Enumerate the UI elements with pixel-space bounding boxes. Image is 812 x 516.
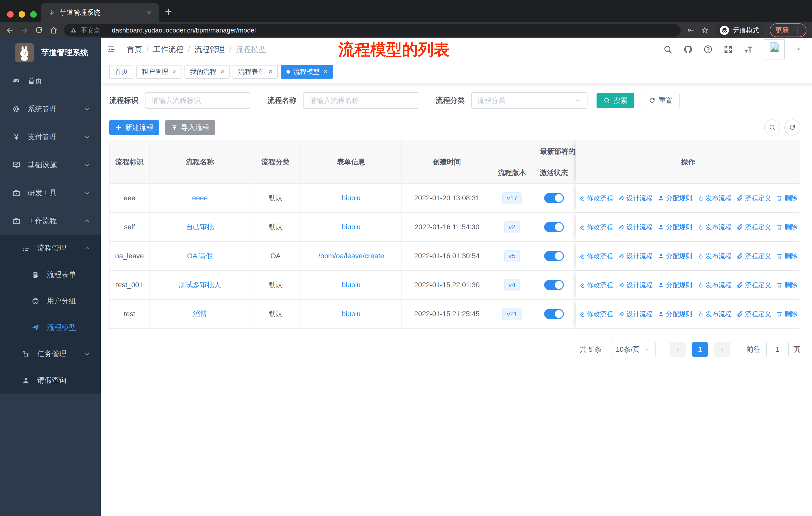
tag-tab-0[interactable]: 首页 [109, 65, 134, 79]
not-secure-warning-icon[interactable] [70, 27, 77, 34]
new-tab-button[interactable]: + [165, 4, 172, 19]
action-definition[interactable]: 流程定义 [737, 252, 771, 261]
breadcrumb-item[interactable]: 流程管理 [195, 44, 225, 55]
breadcrumb-item[interactable]: 工作流程 [153, 44, 183, 55]
tag-tab-3[interactable]: 流程表单× [233, 65, 278, 79]
browser-menu-icon[interactable]: ⋮ [793, 26, 801, 34]
form-link[interactable]: biubiu [342, 310, 361, 318]
close-icon[interactable]: × [172, 68, 176, 76]
process-name-link[interactable]: OA 请假 [187, 251, 213, 261]
reset-button[interactable]: 重置 [642, 93, 679, 108]
form-link[interactable]: biubiu [342, 281, 361, 289]
action-design[interactable]: 设计流程 [618, 194, 653, 202]
sidebar-item-process-form[interactable]: 流程表单 [0, 261, 101, 288]
process-key-input[interactable] [145, 92, 251, 109]
sidebar-item-process-model[interactable]: 流程模型 [0, 314, 101, 341]
key-icon[interactable] [687, 26, 695, 34]
action-assign[interactable]: 分配规则 [658, 310, 692, 319]
show-search-button[interactable] [764, 119, 780, 136]
action-edit[interactable]: 修改流程 [579, 281, 613, 290]
create-process-button[interactable]: 新建流程 [109, 120, 159, 135]
tag-tab-4[interactable]: 流程模型× [281, 65, 333, 79]
action-edit[interactable]: 修改流程 [579, 223, 613, 232]
action-definition[interactable]: 流程定义 [737, 194, 771, 202]
action-delete[interactable]: 删除 [776, 223, 798, 232]
url-text[interactable]: dashboard.yudao.iocoder.cn/bpm/manager/m… [112, 26, 256, 34]
sidebar-item-leave-query[interactable]: 请假查询 [0, 367, 101, 393]
action-assign[interactable]: 分配规则 [658, 281, 692, 290]
back-icon[interactable] [5, 26, 14, 34]
sidebar-item-workflow[interactable]: 工作流程 [0, 207, 101, 235]
sidebar-item-process-manage[interactable]: 流程管理 [0, 235, 101, 261]
home-icon[interactable] [49, 26, 58, 34]
action-design[interactable]: 设计流程 [618, 310, 653, 319]
action-publish[interactable]: 发布流程 [697, 252, 732, 261]
action-publish[interactable]: 发布流程 [697, 281, 732, 290]
fullscreen-icon[interactable] [723, 45, 733, 54]
action-delete[interactable]: 删除 [776, 194, 798, 202]
sidebar-collapse-icon[interactable] [106, 45, 116, 54]
action-edit[interactable]: 修改流程 [579, 252, 613, 261]
action-publish[interactable]: 发布流程 [697, 194, 732, 202]
address-bar[interactable]: 不安全 dashboard.yudao.iocoder.cn/bpm/manag… [64, 24, 680, 36]
action-definition[interactable]: 流程定义 [737, 223, 771, 232]
close-icon[interactable]: × [220, 68, 224, 76]
action-design[interactable]: 设计流程 [618, 281, 653, 290]
active-toggle[interactable] [544, 222, 564, 232]
action-publish[interactable]: 发布流程 [697, 310, 732, 319]
tab-close-icon[interactable]: × [145, 8, 153, 17]
browser-tab[interactable]: 芋道管理系统 × [41, 3, 159, 22]
action-design[interactable]: 设计流程 [618, 223, 653, 232]
sidebar-item-payment[interactable]: 支付管理 [0, 123, 101, 151]
forward-icon[interactable] [20, 26, 29, 34]
breadcrumb-item[interactable]: 首页 [127, 44, 142, 55]
action-delete[interactable]: 删除 [776, 252, 798, 261]
sidebar-item-infra[interactable]: 基础设施 [0, 151, 101, 179]
sidebar-item-system[interactable]: 系统管理 [0, 95, 101, 123]
close-icon[interactable]: × [268, 68, 272, 76]
action-design[interactable]: 设计流程 [618, 252, 653, 261]
form-link[interactable]: biubiu [342, 194, 361, 202]
reload-icon[interactable] [35, 26, 43, 34]
prev-page-button[interactable] [670, 342, 686, 357]
page-size-select[interactable]: 10条/页 [611, 342, 656, 357]
close-window-button[interactable] [7, 11, 13, 18]
action-assign[interactable]: 分配规则 [658, 223, 692, 232]
user-avatar[interactable] [764, 39, 785, 59]
app-logo[interactable]: 芋道管理系统 [0, 38, 101, 67]
browser-update-button[interactable]: 更新 ⋮ [770, 23, 807, 37]
process-name-input[interactable] [303, 92, 419, 109]
minimize-window-button[interactable] [19, 11, 25, 18]
form-link[interactable]: /bpm/oa/leave/create [318, 252, 384, 260]
chevron-down-icon[interactable] [795, 46, 802, 53]
traffic-lights[interactable] [7, 11, 37, 18]
process-name-link[interactable]: 自己审批 [186, 222, 214, 232]
sidebar-item-task-manage[interactable]: 任务管理 [0, 341, 101, 367]
active-toggle[interactable] [544, 280, 564, 290]
form-link[interactable]: biubiu [342, 223, 361, 231]
action-assign[interactable]: 分配规则 [658, 252, 692, 261]
process-name-link[interactable]: 滔博 [193, 309, 207, 319]
goto-page-input[interactable] [766, 342, 789, 357]
sidebar-item-user-group[interactable]: 用户分组 [0, 288, 101, 314]
action-assign[interactable]: 分配规则 [658, 194, 692, 202]
action-edit[interactable]: 修改流程 [579, 310, 613, 319]
sidebar-item-home[interactable]: 首页 [0, 67, 101, 95]
process-name-link[interactable]: eeee [192, 194, 208, 202]
tag-tab-2[interactable]: 我的流程× [184, 65, 230, 79]
active-toggle[interactable] [544, 251, 564, 261]
sidebar-item-devtools[interactable]: 研发工具 [0, 179, 101, 207]
font-size-icon[interactable] [744, 45, 753, 54]
close-icon[interactable]: × [324, 68, 327, 76]
search-button[interactable]: 搜索 [597, 93, 634, 108]
process-name-link[interactable]: 测试多审批人 [179, 280, 221, 290]
github-icon[interactable] [683, 45, 693, 54]
active-toggle[interactable] [544, 193, 564, 203]
maximize-window-button[interactable] [30, 11, 37, 18]
active-toggle[interactable] [544, 309, 564, 319]
action-definition[interactable]: 流程定义 [737, 310, 771, 319]
action-edit[interactable]: 修改流程 [579, 194, 613, 202]
tag-tab-1[interactable]: 租户管理× [137, 65, 181, 79]
action-definition[interactable]: 流程定义 [737, 281, 771, 290]
help-icon[interactable] [703, 45, 713, 54]
